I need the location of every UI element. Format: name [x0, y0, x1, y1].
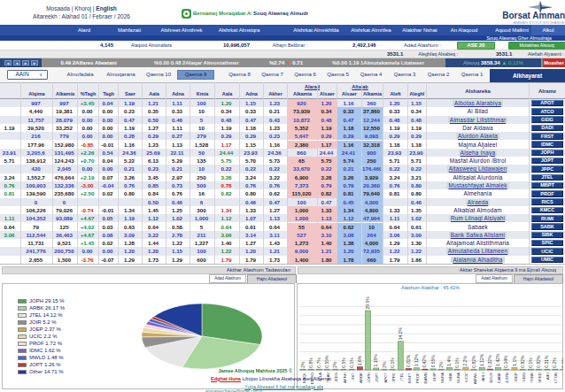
svg-text:2%: 2%	[300, 361, 306, 368]
svg-text:1.12%: 1.12%	[414, 353, 419, 366]
svg-text:1.4%: 1.4%	[446, 356, 452, 366]
svg-text:PROF: PROF	[415, 373, 420, 384]
svg-text:Borsat Amman: Borsat Amman	[502, 11, 565, 20]
svg-text:1.12%: 1.12%	[479, 353, 484, 366]
svg-text:BOJX: BOJX	[489, 373, 493, 383]
svg-text:2%: 2%	[332, 361, 337, 368]
svg-text:SHIP: SHIP	[432, 373, 437, 381]
svg-text:MSFT: MSFT	[407, 373, 412, 383]
svg-text:0.2%: 0.2%	[552, 357, 557, 368]
svg-text:0.32%: 0.32%	[487, 355, 492, 368]
svg-text:JOPT: JOPT	[375, 373, 379, 383]
svg-text:1.1%: 1.1%	[512, 356, 517, 366]
svg-text:UBSI: UBSI	[522, 373, 526, 381]
svg-text:EMRO: EMRO	[310, 372, 314, 384]
svg-text:THBK: THBK	[530, 373, 534, 383]
svg-text:TRAV: TRAV	[326, 373, 330, 382]
svg-text:AFRH: AFRH	[343, 373, 347, 383]
svg-text:EXFB: EXFB	[505, 373, 509, 383]
svg-text:2%: 2%	[438, 361, 444, 368]
svg-text:1.6%: 1.6%	[357, 355, 362, 365]
svg-text:0.1%: 0.1%	[528, 357, 533, 368]
svg-text:0.55%: 0.55%	[324, 355, 329, 368]
svg-text:0.1%: 0.1%	[349, 357, 354, 368]
svg-text:BAMB: BAMB	[423, 373, 428, 384]
svg-text:JOPH: JOPH	[367, 373, 371, 383]
svg-text:JPRC: JPRC	[391, 373, 396, 382]
svg-text:SURA: SURA	[456, 373, 461, 383]
svg-text:AHLI: AHLI	[481, 373, 485, 381]
svg-text:0.82%: 0.82%	[471, 355, 476, 368]
svg-text:AIEI: AIEI	[546, 373, 550, 380]
svg-text:2.2%: 2.2%	[462, 356, 468, 366]
svg-text:0.42%: 0.42%	[422, 355, 427, 368]
svg-text:VFED: VFED	[538, 373, 542, 383]
svg-text:JOIT: JOIT	[351, 373, 355, 381]
svg-text:0.31%: 0.31%	[544, 355, 549, 368]
svg-text:Alashum Alakthar : 45.41%: Alashum Alakthar : 45.41%	[401, 285, 460, 290]
svg-text:JOEP: JOEP	[514, 373, 518, 383]
svg-text:SNRA: SNRA	[440, 373, 445, 383]
svg-text:0.55%: 0.55%	[430, 355, 436, 368]
svg-text:CABK: CABK	[497, 373, 501, 383]
svg-text:JEES: JEES	[334, 373, 338, 382]
svg-text:0.1%: 0.1%	[561, 357, 563, 368]
svg-text:SIBK: SIBK	[448, 373, 453, 381]
svg-text:NAQL: NAQL	[302, 372, 306, 383]
svg-text:ARBK: ARBK	[359, 373, 363, 383]
svg-text:UTOB: UTOB	[553, 373, 558, 383]
svg-text:0.82%: 0.82%	[536, 355, 541, 368]
svg-text:0.1%: 0.1%	[454, 357, 460, 368]
svg-text:JTEL: JTEL	[399, 372, 404, 381]
svg-text:0.82%: 0.82%	[520, 355, 525, 368]
svg-text:0.5%: 0.5%	[341, 357, 346, 368]
svg-text:1.15%: 1.15%	[373, 354, 378, 367]
svg-text:14.2%: 14.2%	[398, 327, 403, 341]
svg-text:UCIC: UCIC	[464, 373, 468, 382]
svg-text:0.14%: 0.14%	[503, 355, 508, 368]
svg-text:0.1%: 0.1%	[390, 357, 395, 368]
svg-text:29.5%: 29.5%	[365, 296, 370, 310]
svg-text:2%: 2%	[382, 361, 387, 368]
svg-text:ICLA: ICLA	[318, 373, 322, 381]
svg-text:UAIC: UAIC	[562, 373, 563, 382]
svg-text:APCT: APCT	[383, 373, 388, 383]
svg-text:AMWL: AMWL	[473, 372, 477, 384]
svg-text:0.82%: 0.82%	[406, 354, 411, 367]
svg-text:0.8%: 0.8%	[308, 357, 313, 368]
svg-text:0.7%: 0.7%	[316, 357, 321, 368]
svg-text:1.42%: 1.42%	[495, 353, 500, 366]
